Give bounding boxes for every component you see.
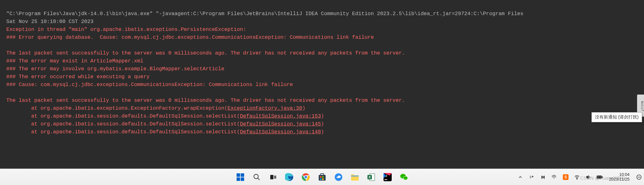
- console-error-line: ### The error occurred while executing a…: [6, 74, 149, 80]
- svg-rect-15: [320, 176, 322, 178]
- svg-rect-3: [241, 177, 244, 181]
- console-cmd: "C:\Program Files\Java\jdk-14.0.1\bin\ja…: [6, 11, 524, 17]
- ms-store-icon[interactable]: [316, 171, 328, 183]
- stack-trace-line: at org.apache.ibatis.exceptions.Exceptio…: [6, 105, 305, 111]
- console-error-line: ### The error may exist in ArticleMapper…: [6, 58, 143, 64]
- tray-overflow-icon[interactable]: [517, 174, 524, 180]
- svg-rect-1: [241, 173, 244, 177]
- stack-trace-line: at org.apache.ibatis.session.defaults.De…: [6, 121, 324, 127]
- search-icon[interactable]: [251, 171, 263, 183]
- clock-time: 10:04: [609, 172, 630, 177]
- console-output[interactable]: "C:\Program Files\Java\jdk-14.0.1\bin\ja…: [0, 0, 644, 169]
- source-link[interactable]: DefaultSqlSession.java:145: [240, 121, 321, 127]
- tray-sync-icon[interactable]: [529, 174, 535, 180]
- console-timestamp: Sat Nov 25 10:10:00 CST 2023: [6, 19, 93, 25]
- wechat-icon[interactable]: [398, 171, 410, 183]
- console-error-line: The last packet sent successfully to the…: [6, 97, 405, 103]
- source-link[interactable]: DefaultSqlSession.java:153: [240, 113, 321, 119]
- svg-point-35: [577, 179, 577, 179]
- svg-rect-25: [384, 179, 387, 180]
- console-error-line: Exception in thread "main" org.apache.ib…: [6, 26, 249, 32]
- file-explorer-icon[interactable]: [349, 171, 361, 183]
- svg-rect-38: [597, 176, 601, 178]
- svg-rect-2: [237, 177, 240, 181]
- wifi-icon[interactable]: [574, 174, 580, 180]
- chrome-icon[interactable]: [300, 171, 312, 183]
- svg-rect-17: [320, 178, 322, 180]
- svg-point-29: [401, 175, 402, 176]
- svg-rect-16: [322, 176, 324, 178]
- source-link[interactable]: DefaultSqlSession.java:140: [240, 129, 321, 135]
- baidu-netdisk-icon[interactable]: [333, 171, 344, 183]
- console-error-line: ### Error querying database. Cause: com.…: [6, 34, 374, 40]
- stack-trace-line: at org.apache.ibatis.session.defaults.De…: [6, 113, 324, 119]
- console-error-line: The last packet sent successfully to the…: [6, 50, 405, 56]
- svg-text:S: S: [564, 175, 567, 179]
- tray-meet-icon[interactable]: ᴍ: [540, 174, 546, 180]
- stack-trace-line: at org.apache.ibatis.session.defaults.De…: [6, 129, 324, 135]
- edge-icon[interactable]: [283, 171, 295, 183]
- notification-tooltip: 没有新通知 (请勿打扰): [591, 112, 642, 122]
- volume-icon[interactable]: [585, 174, 591, 180]
- clock-date: 2023/11/25: [609, 177, 630, 182]
- system-tray: ᴍ 中 S 10:04 2023/11/25: [517, 172, 642, 182]
- svg-text:X: X: [368, 175, 371, 179]
- svg-rect-37: [602, 176, 602, 178]
- ime-indicator[interactable]: 中: [551, 174, 557, 180]
- svg-point-32: [406, 177, 406, 178]
- excel-icon[interactable]: X: [365, 171, 377, 183]
- task-view-icon[interactable]: [267, 171, 279, 183]
- dnd-icon[interactable]: [636, 174, 642, 180]
- svg-rect-18: [322, 178, 324, 180]
- windows-taskbar: X IJ ᴍ 中 S 10:04 2023/11/25: [0, 169, 644, 185]
- svg-point-30: [403, 175, 404, 176]
- intellij-icon[interactable]: IJ: [382, 171, 394, 183]
- svg-point-4: [254, 174, 258, 179]
- svg-rect-6: [270, 175, 273, 179]
- start-button[interactable]: [234, 171, 246, 183]
- battery-icon[interactable]: [596, 174, 603, 180]
- console-error-line: ### Cause: com.mysql.cj.jdbc.exceptions.…: [6, 82, 293, 88]
- sogou-ime-icon[interactable]: S: [563, 174, 569, 180]
- svg-point-28: [403, 176, 408, 180]
- svg-rect-20: [351, 176, 359, 176]
- taskbar-clock[interactable]: 10:04 2023/11/25: [608, 172, 631, 182]
- source-link[interactable]: ExceptionFactory.java:30: [227, 105, 302, 111]
- svg-rect-0: [237, 173, 240, 177]
- console-error-line: ### The error may involve org.mybatis.ex…: [6, 66, 224, 72]
- svg-rect-7: [274, 176, 276, 179]
- taskbar-pinned-apps: X IJ: [234, 171, 410, 183]
- svg-point-31: [404, 177, 405, 178]
- svg-rect-14: [321, 174, 324, 176]
- svg-line-5: [258, 178, 260, 180]
